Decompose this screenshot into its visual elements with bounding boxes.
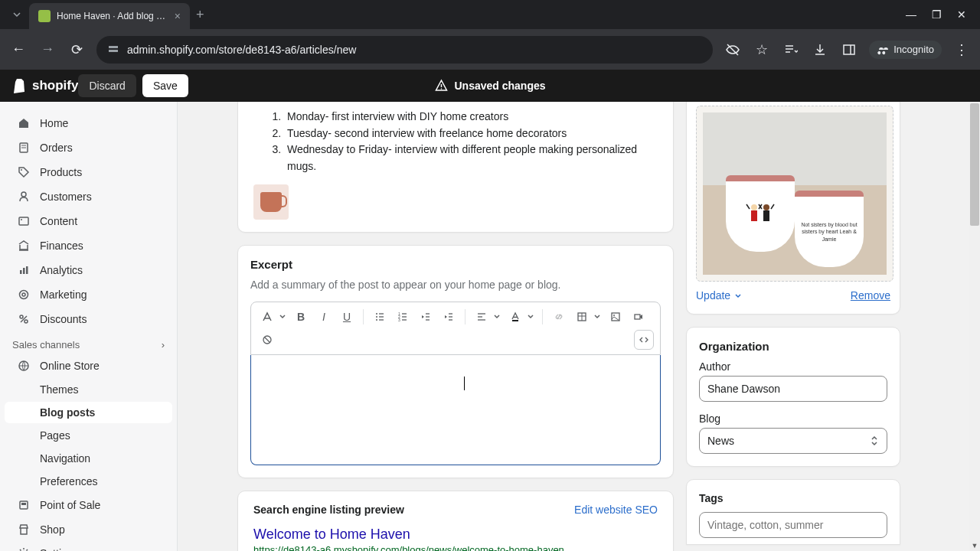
- site-info-icon[interactable]: [107, 44, 119, 56]
- sidebar-sub-themes[interactable]: Themes: [5, 379, 172, 400]
- warning-icon: [434, 79, 448, 93]
- sidebar-item-label: Finances: [40, 240, 83, 252]
- address-bar-row: ← → ⟳ admin.shopify.com/store/de8143-a6/…: [0, 29, 980, 70]
- browser-tab[interactable]: Home Haven · Add blog post · ×: [29, 3, 190, 29]
- svg-text:3: 3: [398, 318, 400, 322]
- remove-image-link[interactable]: Remove: [851, 289, 890, 302]
- close-icon[interactable]: ×: [175, 10, 181, 22]
- text-color-icon[interactable]: [505, 307, 525, 327]
- scrollbar[interactable]: ▲ ▼: [969, 102, 980, 551]
- list-item[interactable]: Tuesday- second interview with freelance…: [284, 126, 658, 142]
- sidebar-item-products[interactable]: Products: [5, 161, 172, 184]
- scroll-down-icon[interactable]: ▼: [969, 540, 980, 551]
- chevron-down-icon[interactable]: [492, 307, 502, 327]
- unsaved-changes-banner: Unsaved changes: [434, 79, 545, 93]
- address-bar[interactable]: admin.shopify.com/store/de8143-a6/articl…: [96, 36, 713, 64]
- sidebar-item-marketing[interactable]: Marketing: [5, 283, 172, 306]
- panel-icon[interactable]: [840, 41, 858, 59]
- underline-icon[interactable]: U: [337, 307, 357, 327]
- minimize-icon[interactable]: —: [906, 8, 916, 21]
- svg-rect-58: [763, 210, 769, 221]
- new-tab-button[interactable]: +: [196, 7, 204, 23]
- bold-icon[interactable]: B: [291, 307, 311, 327]
- chevron-down-icon[interactable]: [592, 307, 603, 327]
- scroll-thumb[interactable]: [970, 103, 979, 226]
- bullet-list-icon[interactable]: [370, 307, 390, 327]
- shopify-logo[interactable]: shopify: [12, 77, 78, 94]
- indent-icon[interactable]: [439, 307, 459, 327]
- sidebar-item-orders[interactable]: Orders: [5, 136, 172, 159]
- section-sales-channels: Sales channels ›: [0, 331, 177, 354]
- update-image-link[interactable]: Update: [696, 289, 743, 302]
- svg-point-57: [763, 204, 769, 210]
- download-icon[interactable]: [811, 41, 829, 59]
- sidebar-sub-blog-posts[interactable]: Blog posts: [5, 402, 172, 423]
- sidebar-item-online-store[interactable]: Online Store: [5, 354, 172, 377]
- italic-icon[interactable]: I: [314, 307, 334, 327]
- svg-point-51: [613, 315, 615, 316]
- featured-image-preview[interactable]: Not sisters by blood but sisters by hear…: [696, 106, 893, 282]
- shop-icon: [17, 523, 31, 536]
- table-icon[interactable]: [572, 307, 592, 327]
- back-icon[interactable]: ←: [9, 41, 28, 59]
- align-icon[interactable]: [472, 307, 492, 327]
- svg-rect-46: [512, 320, 518, 321]
- organization-title: Organization: [699, 340, 887, 353]
- sidebar-item-settings[interactable]: Settings: [5, 542, 172, 551]
- paragraph-format-icon[interactable]: [257, 307, 277, 327]
- discard-button[interactable]: Discard: [78, 74, 136, 97]
- sidebar: Home Orders Products Customers Content F…: [0, 102, 178, 551]
- toolbar-separator: [363, 309, 364, 324]
- inline-image-mug[interactable]: [253, 184, 289, 220]
- sidebar-item-label: Products: [40, 166, 82, 178]
- save-button[interactable]: Save: [142, 74, 188, 97]
- forward-icon[interactable]: →: [38, 41, 57, 59]
- code-view-icon[interactable]: [634, 330, 654, 350]
- shopify-favicon: [38, 10, 51, 22]
- image-icon[interactable]: [606, 307, 626, 327]
- clear-format-icon[interactable]: [257, 330, 277, 350]
- playlist-icon[interactable]: [782, 41, 800, 59]
- sidebar-sub-preferences[interactable]: Preferences: [5, 471, 172, 492]
- sidebar-sub-pages[interactable]: Pages: [5, 425, 172, 446]
- incognito-badge[interactable]: Incognito: [869, 41, 942, 59]
- sidebar-item-discounts[interactable]: Discounts: [5, 308, 172, 331]
- outdent-icon[interactable]: [416, 307, 436, 327]
- tags-input[interactable]: [699, 512, 887, 538]
- edit-seo-link[interactable]: Edit website SEO: [574, 504, 658, 516]
- svg-point-12: [21, 219, 22, 220]
- sidebar-item-content[interactable]: Content: [5, 210, 172, 233]
- list-item[interactable]: Wednesday to Friday- interview with diff…: [284, 142, 658, 174]
- window-close-icon[interactable]: ✕: [957, 8, 966, 21]
- tags-label: Tags: [699, 492, 887, 504]
- sidebar-item-finances[interactable]: Finances: [5, 234, 172, 257]
- reload-icon[interactable]: ⟳: [67, 41, 86, 59]
- orders-icon: [17, 141, 31, 155]
- blog-select[interactable]: News: [699, 428, 887, 454]
- shopify-logo-text: shopify: [32, 78, 78, 93]
- chevron-down-icon[interactable]: [525, 307, 536, 327]
- video-icon[interactable]: [629, 307, 648, 327]
- maximize-icon[interactable]: ❐: [932, 8, 942, 21]
- tab-dropdown-icon[interactable]: [5, 2, 29, 27]
- eye-off-icon[interactable]: [724, 41, 742, 59]
- chevron-right-icon[interactable]: ›: [162, 339, 165, 350]
- ordered-list-icon[interactable]: 123: [393, 307, 413, 327]
- sidebar-item-home[interactable]: Home: [5, 112, 172, 135]
- link-icon[interactable]: [549, 307, 569, 327]
- unsaved-text: Unsaved changes: [454, 80, 545, 92]
- list-item[interactable]: Monday- first interview with DIY home cr…: [284, 109, 658, 126]
- kebab-icon[interactable]: ⋮: [952, 41, 971, 59]
- excerpt-editor[interactable]: [250, 355, 661, 465]
- sidebar-sub-navigation[interactable]: Navigation: [5, 448, 172, 469]
- star-icon[interactable]: ☆: [753, 41, 771, 59]
- sidebar-item-pos[interactable]: Point of Sale: [5, 494, 172, 517]
- sidebar-item-customers[interactable]: Customers: [5, 185, 172, 208]
- svg-rect-0: [109, 46, 118, 48]
- sidebar-item-analytics[interactable]: Analytics: [5, 259, 172, 282]
- chevron-down-icon[interactable]: [277, 307, 288, 327]
- sidebar-item-shop[interactable]: Shop: [5, 518, 172, 541]
- sidebar-item-label: Settings: [40, 547, 79, 551]
- author-input[interactable]: [699, 376, 887, 402]
- svg-point-18: [20, 315, 23, 318]
